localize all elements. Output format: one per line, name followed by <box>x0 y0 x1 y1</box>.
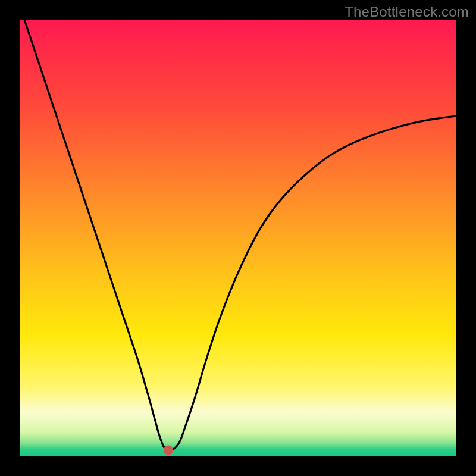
watermark-text: TheBottleneck.com <box>345 4 469 20</box>
optimal-point-marker <box>164 445 173 455</box>
plot-svg <box>20 20 456 456</box>
plot-area <box>20 20 456 456</box>
chart-frame: TheBottleneck.com <box>0 0 476 476</box>
bottleneck-curve <box>24 20 456 450</box>
